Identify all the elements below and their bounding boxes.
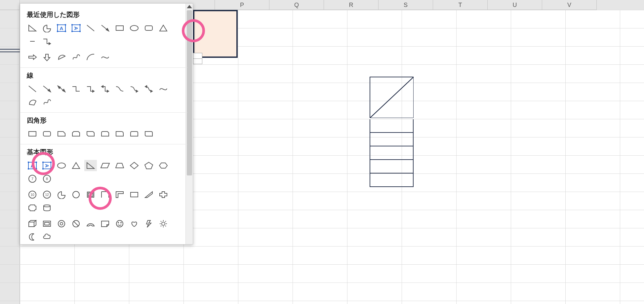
moon-icon[interactable]: [26, 231, 39, 243]
arrow-line-icon[interactable]: [99, 22, 111, 34]
textbox-v-icon[interactable]: A: [41, 160, 53, 171]
block-arc-icon[interactable]: [84, 218, 97, 229]
col-header-v[interactable]: V: [542, 0, 597, 10]
textbox-h-icon[interactable]: A: [26, 160, 39, 171]
drawn-staircase-shape[interactable]: [370, 77, 414, 187]
cloud-icon[interactable]: [41, 231, 53, 243]
freeform-closed-icon[interactable]: [26, 96, 39, 108]
chord-icon[interactable]: [55, 52, 68, 63]
folded-corner-icon[interactable]: [99, 218, 111, 229]
smiley-icon[interactable]: [113, 218, 126, 229]
triangle-icon[interactable]: [70, 160, 82, 171]
l-shape-icon[interactable]: [128, 189, 141, 200]
textbox-h-icon[interactable]: A: [55, 22, 68, 34]
sun-icon[interactable]: [157, 218, 170, 229]
diamond-icon[interactable]: [128, 160, 141, 171]
trapezoid-icon[interactable]: [113, 160, 126, 171]
oval-icon[interactable]: [55, 160, 68, 171]
snip-diag-rect-icon[interactable]: [84, 128, 97, 139]
elbow-connector-icon[interactable]: [70, 83, 82, 95]
col-header-p[interactable]: P: [215, 0, 269, 10]
arrow-line-icon[interactable]: [41, 83, 53, 95]
can-icon[interactable]: [41, 202, 53, 213]
svg-text:8: 8: [46, 177, 48, 181]
curved-connector-icon[interactable]: [113, 83, 126, 95]
lightning-icon[interactable]: [142, 218, 155, 229]
scroll-up-icon[interactable]: [187, 5, 192, 8]
bevel-icon[interactable]: [41, 218, 53, 229]
line-icon[interactable]: [26, 83, 39, 95]
svg-text:7: 7: [31, 177, 33, 181]
right-triangle-icon[interactable]: [26, 22, 39, 34]
rectangle-icon[interactable]: [113, 22, 126, 34]
round-diag-rect-icon[interactable]: [142, 128, 155, 139]
rounded-rect-icon[interactable]: [41, 128, 53, 139]
rect-step[interactable]: [370, 133, 414, 146]
rect-step[interactable]: [370, 146, 414, 160]
panel-scrollbar[interactable]: [185, 4, 193, 244]
decagon-icon[interactable]: 10: [26, 189, 39, 200]
round-same-rect-icon[interactable]: [128, 128, 141, 139]
triangle-icon[interactable]: [157, 22, 170, 34]
rect-step[interactable]: [370, 173, 414, 187]
snip-round-rect-icon[interactable]: [99, 128, 111, 139]
col-header-q[interactable]: Q: [269, 0, 324, 10]
col-header-corner[interactable]: [0, 0, 20, 10]
snip-same-rect-icon[interactable]: [70, 128, 82, 139]
freeform-icon[interactable]: [70, 52, 82, 63]
rounded-rect-icon[interactable]: [142, 22, 155, 34]
diag-stripe-icon[interactable]: [142, 189, 155, 200]
rect-step[interactable]: [370, 160, 414, 173]
right-triangle-shape[interactable]: [370, 77, 414, 118]
teardrop-icon[interactable]: [84, 189, 97, 200]
plaque-icon[interactable]: [26, 202, 39, 213]
half-frame-icon[interactable]: [113, 189, 126, 200]
curve-icon[interactable]: [99, 52, 111, 63]
col-header-r[interactable]: R: [324, 0, 379, 10]
col-header-s[interactable]: S: [379, 0, 433, 10]
elbow-arrow-icon[interactable]: [84, 83, 97, 95]
rect-step[interactable]: [370, 119, 414, 133]
col-header-t[interactable]: T: [433, 0, 488, 10]
curved-arrow-icon[interactable]: [128, 83, 141, 95]
basic-row-2: 10 12: [26, 189, 181, 213]
round-single-rect-icon[interactable]: [113, 128, 126, 139]
down-arrow-icon[interactable]: [41, 52, 53, 63]
curved-double-arrow-icon[interactable]: [142, 83, 155, 95]
parallelogram-icon[interactable]: [99, 160, 111, 171]
double-arrow-line-icon[interactable]: [55, 83, 68, 95]
no-symbol-icon[interactable]: [70, 218, 82, 229]
elbow-connector-icon[interactable]: [41, 36, 53, 47]
chord-icon[interactable]: [70, 189, 82, 200]
scribble-icon[interactable]: [41, 96, 53, 108]
col-header-u[interactable]: U: [488, 0, 542, 10]
svg-rect-24: [29, 132, 36, 136]
line-short-icon[interactable]: [26, 36, 39, 47]
octagon-icon[interactable]: 8: [41, 173, 53, 184]
hexagon-icon[interactable]: [157, 160, 170, 171]
right-triangle-icon[interactable]: [84, 160, 97, 171]
line-icon[interactable]: [84, 22, 97, 34]
heptagon-icon[interactable]: 7: [26, 173, 39, 184]
dodecagon-icon[interactable]: 12: [41, 189, 53, 200]
textbox-v-icon[interactable]: A: [70, 22, 82, 34]
frame-icon[interactable]: [99, 189, 111, 200]
snip-single-rect-icon[interactable]: [55, 128, 68, 139]
elbow-double-arrow-icon[interactable]: [99, 83, 111, 95]
cube-icon[interactable]: [26, 218, 39, 229]
curve-tool-icon[interactable]: [157, 83, 170, 95]
svg-marker-45: [131, 192, 138, 197]
svg-marker-27: [72, 163, 80, 169]
scroll-thumb[interactable]: [187, 10, 192, 175]
oval-icon[interactable]: [128, 22, 141, 34]
right-arrow-icon[interactable]: [26, 52, 39, 63]
pie-icon[interactable]: [55, 189, 68, 200]
section-divider: [20, 112, 187, 113]
pie-slice-icon[interactable]: [41, 22, 53, 34]
heart-icon[interactable]: [128, 218, 141, 229]
donut-icon[interactable]: [55, 218, 68, 229]
pentagon-icon[interactable]: [142, 160, 155, 171]
cross-icon[interactable]: [157, 189, 170, 200]
arc-icon[interactable]: [84, 52, 97, 63]
rectangle-icon[interactable]: [26, 128, 39, 139]
